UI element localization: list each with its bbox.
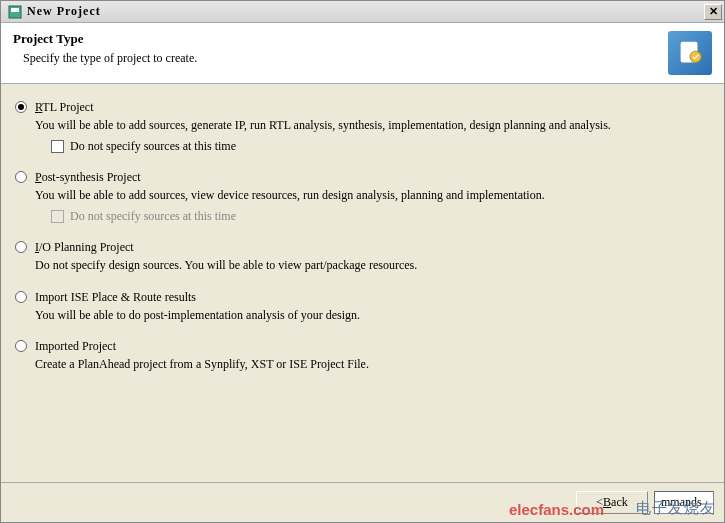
dialog-header: Project Type Specify the type of project…: [1, 23, 724, 84]
titlebar: New Project ✕: [1, 1, 724, 23]
page-title: Project Type: [13, 31, 668, 47]
radio-postsynth[interactable]: [15, 171, 27, 183]
rtl-no-sources-checkbox[interactable]: Do not specify sources at this time: [51, 139, 710, 154]
radio-rtl[interactable]: [15, 101, 27, 113]
ioplanning-title: I/O Planning Project: [35, 240, 710, 255]
option-import-ise[interactable]: Import ISE Place & Route results You wil…: [15, 290, 710, 323]
rtl-title: RTL Project: [35, 100, 710, 115]
close-button[interactable]: ✕: [704, 4, 722, 20]
checkbox-icon[interactable]: [51, 140, 64, 153]
wizard-icon: [668, 31, 712, 75]
rtl-desc: You will be able to add sources, generat…: [35, 117, 710, 133]
watermark-elecfans: elecfans.com: [509, 501, 604, 518]
page-subtitle: Specify the type of project to create.: [23, 51, 668, 66]
option-imported-project[interactable]: Imported Project Create a PlanAhead proj…: [15, 339, 710, 372]
ioplanning-desc: Do not specify design sources. You will …: [35, 257, 710, 273]
imported-title: Imported Project: [35, 339, 710, 354]
importise-title: Import ISE Place & Route results: [35, 290, 710, 305]
radio-ioplanning[interactable]: [15, 241, 27, 253]
svg-rect-1: [11, 8, 19, 12]
footer: < Back mmands elecfans.com 电子发烧友: [1, 482, 724, 522]
radio-imported[interactable]: [15, 340, 27, 352]
header-text: Project Type Specify the type of project…: [13, 31, 668, 66]
checkbox-icon: [51, 210, 64, 223]
postsynth-desc: You will be able to add sources, view de…: [35, 187, 710, 203]
radio-importise[interactable]: [15, 291, 27, 303]
new-project-window: New Project ✕ Project Type Specify the t…: [0, 0, 725, 523]
postsynth-no-sources-checkbox: Do not specify sources at this time: [51, 209, 710, 224]
watermark-cn: 电子发烧友: [636, 499, 716, 518]
imported-desc: Create a PlanAhead project from a Synpli…: [35, 356, 710, 372]
app-icon: [7, 4, 23, 20]
option-io-planning[interactable]: I/O Planning Project Do not specify desi…: [15, 240, 710, 273]
option-post-synthesis[interactable]: Post-synthesis Project You will be able …: [15, 170, 710, 224]
importise-desc: You will be able to do post-implementati…: [35, 307, 710, 323]
postsynth-title: Post-synthesis Project: [35, 170, 710, 185]
window-title: New Project: [27, 4, 704, 19]
options-panel: RTL Project You will be able to add sour…: [1, 84, 724, 482]
option-rtl-project[interactable]: RTL Project You will be able to add sour…: [15, 100, 710, 154]
